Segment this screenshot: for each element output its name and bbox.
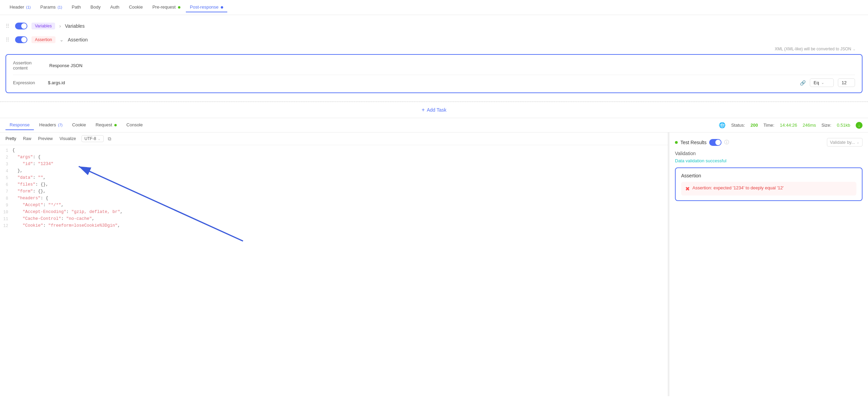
tab-resp-cookie[interactable]: Cookie <box>68 120 90 130</box>
assertion-result-title: Assertion <box>681 173 856 178</box>
drag-handle-assertion[interactable]: ⠿ <box>5 37 10 43</box>
size-value: 0.51kb <box>837 123 850 128</box>
assertion-toggle[interactable] <box>15 36 27 43</box>
tab-headers[interactable]: Headers (7) <box>35 120 67 130</box>
assertion-row: ⠿ Assertion ⌄ Assertion <box>5 33 863 47</box>
code-line-3: 3 "id": "1234" <box>0 162 668 168</box>
validation-success: Data validation successful <box>675 158 863 163</box>
view-visualize[interactable]: Visualize <box>58 136 77 142</box>
validation-section: Validation Data validation successful <box>675 151 863 163</box>
code-line-2: 2 "args": { <box>0 155 668 162</box>
copy-button[interactable]: ⧉ <box>108 136 111 142</box>
plus-icon: + <box>422 107 425 113</box>
tab-request[interactable]: Request <box>91 120 121 130</box>
variables-toggle[interactable] <box>15 23 27 29</box>
add-task-label: Add Task <box>427 107 446 113</box>
response-section: Response Headers (7) Cookie Request Cons… <box>0 118 868 396</box>
tab-params[interactable]: Params (1) <box>36 2 66 12</box>
validate-by-dropdown[interactable]: Validate by... ⌄ <box>827 138 863 147</box>
xml-hint-text: XML (XML-like) will be converted to JSON <box>775 47 851 51</box>
status-label: Status: <box>731 123 745 128</box>
code-content-wrapper: 1 { 2 "args": { 3 "id": "1234" 4 }, <box>0 145 668 233</box>
assertion-chevron[interactable]: ⌄ <box>60 37 64 42</box>
tab-post-response[interactable]: Post-response <box>186 2 227 12</box>
tab-body[interactable]: Body <box>86 2 105 12</box>
code-line-8: 8 "headers": { <box>0 196 668 203</box>
validate-by-label: Validate by... <box>830 140 855 145</box>
content-value: Response JSON <box>49 63 855 68</box>
xml-hint[interactable]: XML (XML-like) will be converted to JSON… <box>775 47 856 51</box>
operator-dropdown[interactable]: Eq ⌄ <box>810 78 834 87</box>
time-value: 14:44:26 <box>780 123 797 128</box>
test-results-toggle[interactable] <box>709 139 722 146</box>
operator-value: Eq <box>814 80 819 85</box>
response-tab-bar: Response Headers (7) Cookie Request Cons… <box>0 118 868 133</box>
view-pretty[interactable]: Pretty <box>4 136 17 142</box>
variables-chevron[interactable]: › <box>59 23 61 29</box>
validate-by-chevron: ⌄ <box>856 140 859 144</box>
assertion-error-text: Assertion: expected '1234' to deeply equ… <box>692 185 784 190</box>
view-preview[interactable]: Preview <box>37 136 54 142</box>
view-raw[interactable]: Raw <box>22 136 33 142</box>
tab-auth[interactable]: Auth <box>106 2 124 12</box>
expression-row: Expression $.args.id 🔗 Eq ⌄ 12 <box>13 78 855 87</box>
assertion-label: Assertion <box>68 37 88 42</box>
validation-title: Validation <box>675 151 863 156</box>
response-body-area: Pretty Raw Preview Visualize UTF-8 ⌄ ⧉ <box>0 133 868 396</box>
content-label: Assertion content <box>13 60 44 71</box>
operator-chevron: ⌄ <box>821 80 824 85</box>
tab-path[interactable]: Path <box>68 2 85 12</box>
code-panel: Pretty Raw Preview Visualize UTF-8 ⌄ ⧉ <box>0 133 668 396</box>
post-response-dot <box>221 6 223 9</box>
error-icon: ✖ <box>685 186 690 192</box>
code-toolbar: Pretty Raw Preview Visualize UTF-8 ⌄ ⧉ <box>0 133 668 145</box>
assertion-header: XML (XML-like) will be converted to JSON… <box>5 47 863 51</box>
code-line-5: 5 "data": "", <box>0 175 668 182</box>
top-tab-bar: Header (1) Params (1) Path Body Auth Coo… <box>0 0 868 15</box>
code-content: 1 { 2 "args": { 3 "id": "1234" 4 }, <box>0 145 668 233</box>
expression-input[interactable]: $.args.id <box>48 80 796 85</box>
download-icon[interactable]: ↓ <box>856 122 863 129</box>
tab-console[interactable]: Console <box>122 120 147 130</box>
variables-row: ⠿ Variables › Variables <box>5 19 863 33</box>
encoding-select[interactable]: UTF-8 ⌄ <box>81 135 104 142</box>
size-label: Size: <box>821 123 831 128</box>
code-line-10: 10 "Accept-Encoding": "gzip, deflate, br… <box>0 210 668 216</box>
link-icon[interactable]: 🔗 <box>800 80 806 86</box>
request-dot <box>114 124 117 126</box>
code-line-11: 11 "Cache-Control": "no-cache", <box>0 216 668 223</box>
code-line-1: 1 { <box>0 148 668 155</box>
assertion-tag[interactable]: Assertion <box>31 36 55 43</box>
variables-label: Variables <box>65 23 85 29</box>
xml-hint-chevron: ⌄ <box>853 47 856 51</box>
variables-tag[interactable]: Variables <box>31 23 55 29</box>
assertion-content-row: Assertion content Response JSON <box>13 60 855 71</box>
response-meta: 🌐 Status: 200 Time: 14:44:26 246ms Size:… <box>719 122 863 129</box>
drag-handle-variables[interactable]: ⠿ <box>5 23 10 29</box>
test-results-dot <box>675 141 678 144</box>
tab-cookie[interactable]: Cookie <box>125 2 147 12</box>
assertion-content-box: Assertion content Response JSON Expressi… <box>5 54 863 93</box>
code-line-6: 6 "files": {}, <box>0 182 668 189</box>
globe-icon: 🌐 <box>719 122 726 128</box>
time-ms: 246ms <box>803 123 816 128</box>
assertion-result-box: Assertion ✖ Assertion: expected '1234' t… <box>675 167 863 201</box>
code-line-7: 7 "form": {}, <box>0 189 668 196</box>
add-task-button[interactable]: + Add Task <box>0 102 868 118</box>
help-icon[interactable]: ⓘ <box>724 139 729 146</box>
tab-header[interactable]: Header (1) <box>5 2 35 12</box>
tab-response[interactable]: Response <box>5 120 34 130</box>
time-label: Time: <box>763 123 774 128</box>
test-results-label: Test Results <box>680 140 706 145</box>
tab-pre-request[interactable]: Pre-request <box>148 2 184 12</box>
operand-value[interactable]: 12 <box>838 78 855 87</box>
status-value: 200 <box>751 123 758 128</box>
test-panel: Test Results ⓘ Validate by... ⌄ Validati… <box>669 133 868 396</box>
test-panel-header: Test Results ⓘ Validate by... ⌄ <box>675 138 863 147</box>
divider <box>13 75 855 75</box>
test-results-label-group: Test Results ⓘ <box>675 139 729 146</box>
encoding-chevron: ⌄ <box>98 137 101 141</box>
expression-label: Expression <box>13 80 44 85</box>
assertion-error: ✖ Assertion: expected '1234' to deeply e… <box>681 182 856 196</box>
code-line-9: 9 "Accept": "*/*", <box>0 203 668 210</box>
